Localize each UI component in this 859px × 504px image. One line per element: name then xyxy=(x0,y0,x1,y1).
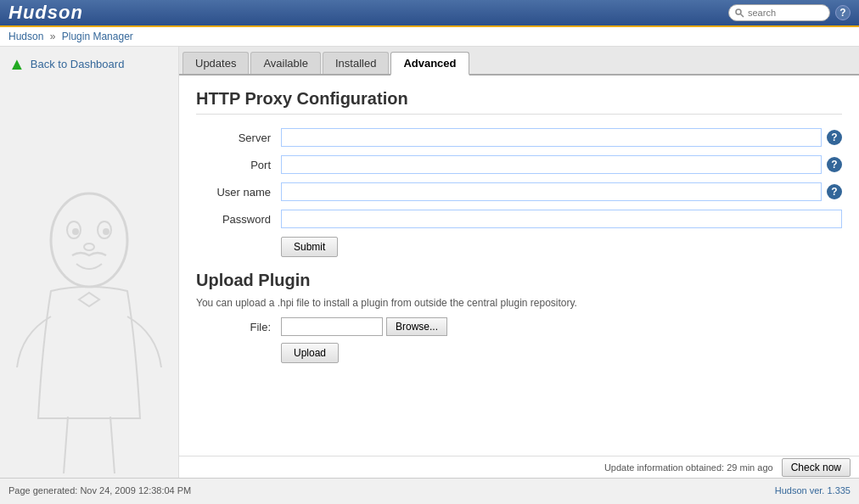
back-to-dashboard-link[interactable]: ▲ Back to Dashboard xyxy=(8,55,170,72)
username-input[interactable] xyxy=(281,182,822,201)
help-icon[interactable]: ? xyxy=(835,5,851,20)
password-label: Password xyxy=(196,213,281,226)
server-label: Server xyxy=(196,132,281,144)
server-input[interactable] xyxy=(281,128,822,147)
username-help-icon[interactable]: ? xyxy=(827,184,842,199)
svg-point-5 xyxy=(84,244,94,250)
browse-button[interactable]: Browse... xyxy=(386,317,447,336)
tab-available[interactable]: Available xyxy=(250,52,321,74)
upload-button[interactable]: Upload xyxy=(281,343,339,363)
port-input[interactable] xyxy=(281,155,822,174)
breadcrumb-current[interactable]: Plugin Manager xyxy=(62,31,133,42)
sidebar: ▲ Back to Dashboard xyxy=(0,47,178,478)
password-input[interactable] xyxy=(281,210,842,228)
check-now-button[interactable]: Check now xyxy=(782,458,851,477)
content-area: Updates Available Installed Advanced HTT… xyxy=(178,47,859,478)
port-help-icon[interactable]: ? xyxy=(827,157,842,172)
password-row: Password xyxy=(196,210,842,228)
username-label: User name xyxy=(196,186,281,199)
page-generated-text: Page generated: Nov 24, 2009 12:38:04 PM xyxy=(8,485,191,496)
username-input-wrap: ? xyxy=(281,182,842,201)
page-footer: Page generated: Nov 24, 2009 12:38:04 PM… xyxy=(0,478,859,501)
tab-updates[interactable]: Updates xyxy=(182,52,249,74)
breadcrumb: Hudson » Plugin Manager xyxy=(0,27,859,47)
file-row: File: Browse... xyxy=(196,317,842,336)
server-input-wrap: ? xyxy=(281,128,842,147)
username-row: User name ? xyxy=(196,182,842,201)
content-body: HTTP Proxy Configuration Server ? Port ? xyxy=(179,76,859,456)
upload-section-title: Upload Plugin xyxy=(196,271,842,290)
proxy-section-title: HTTP Proxy Configuration xyxy=(196,89,842,115)
password-input-wrap xyxy=(281,210,842,228)
file-input[interactable] xyxy=(281,317,383,336)
back-arrow-icon: ▲ xyxy=(8,55,25,72)
proxy-submit-button[interactable]: Submit xyxy=(281,237,338,257)
tab-advanced[interactable]: Advanced xyxy=(390,52,469,76)
breadcrumb-separator: » xyxy=(50,31,56,42)
status-bar: Update information obtained: 29 min ago … xyxy=(179,456,859,478)
upload-description: You can upload a .hpi file to install a … xyxy=(196,297,842,309)
server-row: Server ? xyxy=(196,128,842,147)
app-header: Hudson ? xyxy=(0,0,859,27)
tab-installed[interactable]: Installed xyxy=(323,52,389,74)
port-label: Port xyxy=(196,159,281,171)
version-link[interactable]: Hudson ver. 1.335 xyxy=(775,485,851,496)
file-label: File: xyxy=(196,321,281,333)
tabs-bar: Updates Available Installed Advanced xyxy=(179,47,859,76)
svg-point-0 xyxy=(51,193,127,287)
svg-point-3 xyxy=(72,228,79,235)
port-input-wrap: ? xyxy=(281,155,842,174)
mascot-image xyxy=(4,189,174,478)
port-row: Port ? xyxy=(196,155,842,174)
server-help-icon[interactable]: ? xyxy=(827,130,842,145)
header-right: ? xyxy=(728,4,851,21)
search-input[interactable] xyxy=(728,4,830,21)
back-label: Back to Dashboard xyxy=(31,58,125,70)
breadcrumb-root[interactable]: Hudson xyxy=(8,31,43,42)
svg-point-4 xyxy=(103,228,109,235)
update-info-text: Update information obtained: 29 min ago xyxy=(604,462,773,473)
main-layout: ▲ Back to Dashboard xyxy=(0,47,859,478)
app-logo: Hudson xyxy=(8,2,83,24)
